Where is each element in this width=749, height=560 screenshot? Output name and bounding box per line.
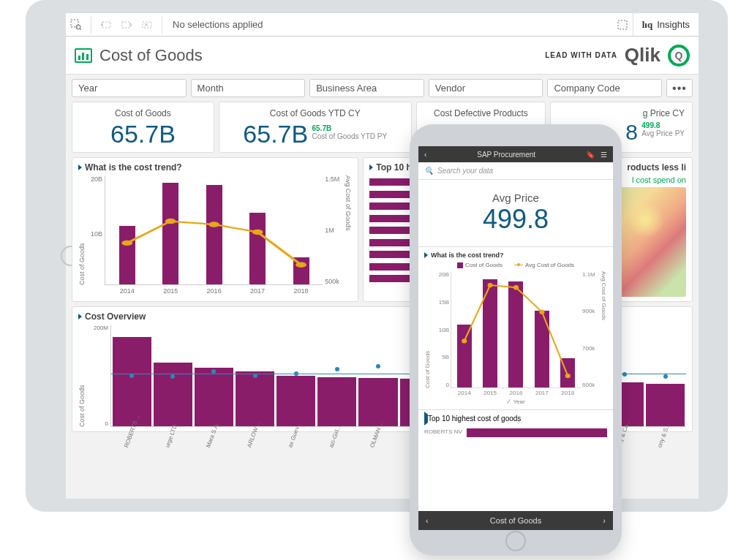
bookmark-icon[interactable]: 🔖 xyxy=(586,151,595,159)
phone-topbar: ‹ SAP Procurement 🔖 ☰ xyxy=(418,146,613,162)
kpi-secondary: 65.7B Cost of Goods YTD PY xyxy=(312,124,388,140)
kpi-title: Avg Price xyxy=(418,192,613,204)
expand-icon xyxy=(78,314,82,319)
svg-rect-5 xyxy=(143,22,151,28)
filter-year[interactable]: Year xyxy=(72,79,187,97)
brand-logo-icon: Q xyxy=(668,45,690,67)
filter-more-button[interactable]: ••• xyxy=(666,79,693,97)
trend-chart: Cost of Goods 20B 10B xyxy=(78,175,352,285)
y-axis-ticks: 200M 0 xyxy=(87,325,110,427)
search-icon: 🔍 xyxy=(424,167,433,175)
svg-point-11 xyxy=(208,222,219,227)
phone-title: SAP Procurement xyxy=(477,151,535,159)
step-forward-icon[interactable] xyxy=(116,15,137,35)
phone-card-trend[interactable]: What is the cost trend? Cost of Goods Av… xyxy=(418,246,613,409)
insights-button[interactable]: lıq Insights xyxy=(633,13,699,36)
tablet-device: No selections applied lıq Insights Cost … xyxy=(26,0,728,512)
card-title: What is the cost trend? xyxy=(78,162,352,173)
svg-point-14 xyxy=(462,338,467,343)
filter-month[interactable]: Month xyxy=(191,79,306,97)
prev-icon[interactable]: ‹ xyxy=(426,516,429,525)
phone-search-input[interactable]: 🔍 Search your data xyxy=(418,162,613,180)
kpi-title: Cost Defective Products xyxy=(424,108,538,118)
svg-point-9 xyxy=(121,241,132,246)
kpi-cost-ytd-cy[interactable]: Cost of Goods YTD CY 65.7B 65.7B Cost of… xyxy=(219,102,412,153)
phone-kpi-avg-price[interactable]: Avg Price 499.8 xyxy=(418,180,613,246)
phone-card-top10[interactable]: Top 10 highest cost of goods ROBERTS NV xyxy=(418,409,613,511)
y-axis-label-right: Avg Cost of Goods xyxy=(600,271,607,388)
y-axis-ticks: 20B 15B 10B 5B 0 xyxy=(432,271,451,388)
insights-icon: lıq xyxy=(642,19,652,31)
phone-sheet-title: Cost of Goods xyxy=(490,516,541,525)
kpi-secondary: 499.8 Avg Price PY xyxy=(641,121,685,137)
step-back-icon[interactable] xyxy=(96,15,116,35)
y-axis-label-right: Avg Cost of Goods xyxy=(343,175,352,285)
smart-search-icon[interactable] xyxy=(66,15,86,35)
phone-device: ‹ SAP Procurement 🔖 ☰ 🔍 Search your data… xyxy=(410,124,622,556)
phone-screen: ‹ SAP Procurement 🔖 ☰ 🔍 Search your data… xyxy=(418,146,613,530)
card-cost-trend[interactable]: What is the cost trend? Cost of Goods 20… xyxy=(72,157,358,302)
svg-line-2 xyxy=(80,29,81,30)
clear-selections-icon[interactable] xyxy=(137,15,157,35)
phone-trend-chart: Cost of Goods 20B 15B 10B 5B 0 xyxy=(424,271,607,388)
kpi-value: 8 xyxy=(625,120,638,144)
filter-company-code[interactable]: Company Code xyxy=(547,79,662,97)
svg-rect-8 xyxy=(618,20,627,29)
kpi-value: 65.7B xyxy=(243,120,308,148)
kpi-value: 499.8 xyxy=(418,204,613,235)
svg-rect-0 xyxy=(71,20,78,27)
insights-label: Insights xyxy=(657,19,690,30)
phone-home-button[interactable] xyxy=(505,531,526,551)
kpi-title: Cost of Goods YTD CY xyxy=(227,108,404,118)
menu-icon[interactable]: ☰ xyxy=(601,151,607,159)
filter-vendor[interactable]: Vendor xyxy=(429,79,543,97)
expand-icon xyxy=(369,164,373,170)
y-axis-label: Cost of Goods xyxy=(78,175,87,285)
expand-icon xyxy=(78,164,82,170)
svg-point-18 xyxy=(565,374,571,378)
y-axis-ticks-right: 1.1M 900k 700k 600k xyxy=(581,271,600,388)
x-axis: 2014 2015 2016 2017 2018 xyxy=(451,390,581,396)
sheet-title-bar: Cost of Goods LEAD WITH DATA Qlik Q xyxy=(66,37,699,75)
sheet-icon xyxy=(75,48,92,63)
expand-icon xyxy=(424,252,428,258)
kpi-value: 65.7B xyxy=(80,121,206,146)
brand-tagline: LEAD WITH DATA xyxy=(545,51,617,59)
sheet-title: Cost of Goods xyxy=(99,46,203,65)
next-icon[interactable]: › xyxy=(603,516,606,525)
toolbar: No selections applied lıq Insights xyxy=(66,13,699,37)
phone-bottombar: ‹ Cost of Goods › xyxy=(418,511,613,530)
search-placeholder: Search your data xyxy=(437,167,493,175)
svg-point-17 xyxy=(539,309,544,314)
kpi-cost-of-goods[interactable]: Cost of Goods 65.7B xyxy=(72,102,214,153)
svg-point-10 xyxy=(165,219,176,224)
bar-label: ROBERTS NV xyxy=(424,428,462,435)
y-axis-label: Cost of Goods xyxy=(424,271,432,388)
chart-legend: Cost of Goods Avg Cost of Goods xyxy=(424,262,607,268)
kpi-title: Avg Price CY xyxy=(558,108,685,118)
chart-plot: 2014 2015 2016 2017 2018 xyxy=(451,271,581,388)
svg-rect-4 xyxy=(122,22,130,28)
brand: LEAD WITH DATA Qlik Q xyxy=(545,44,690,67)
brand-name: Qlik xyxy=(625,44,660,67)
selections-tool-icon[interactable] xyxy=(612,15,633,35)
svg-point-13 xyxy=(296,262,306,267)
chart-plot: 2014 2015 2016 2017 2018 xyxy=(105,175,323,285)
y-axis-ticks-right: 1.5M 1M 500k xyxy=(323,175,343,285)
x-axis: 2014 2015 2016 2017 2018 xyxy=(105,287,323,295)
y-axis-ticks: 20B 10B xyxy=(87,175,105,285)
y-axis-label: Cost of Goods xyxy=(78,325,87,427)
svg-point-15 xyxy=(488,283,493,287)
filter-row: Year Month Business Area Vendor Company … xyxy=(66,75,699,102)
filter-business-area[interactable]: Business Area xyxy=(309,79,424,97)
back-icon[interactable]: ‹ xyxy=(424,151,426,159)
svg-point-12 xyxy=(252,230,263,235)
kpi-title: Cost of Goods xyxy=(80,108,206,118)
x-axis-label: ⤦ Year xyxy=(424,398,607,405)
card-title: Top 10 highest cost of goods xyxy=(424,415,607,423)
card-title: What is the cost trend? xyxy=(424,251,607,259)
selections-text: No selections applied xyxy=(167,19,612,30)
svg-point-16 xyxy=(513,285,519,290)
svg-rect-3 xyxy=(102,22,110,28)
